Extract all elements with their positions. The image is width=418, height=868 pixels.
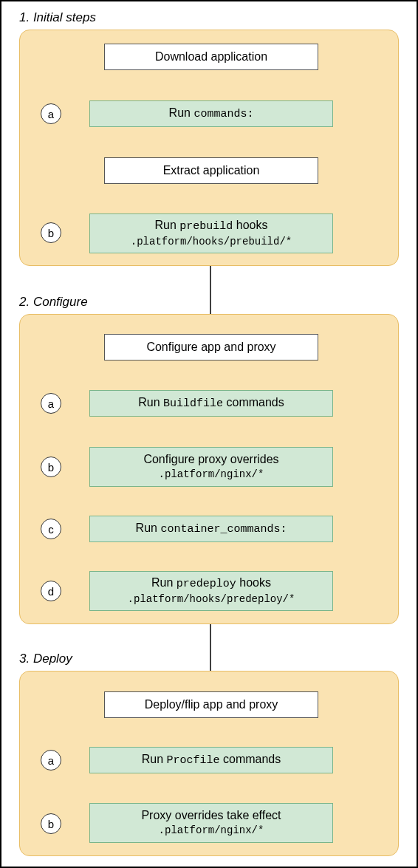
badge-1b: b — [41, 222, 61, 243]
box-configure-app-proxy: Configure app and proxy — [104, 334, 318, 360]
section-2: Configure app and proxy a Run Buildfile … — [19, 314, 399, 624]
box-text: Run Procfile commands — [142, 752, 281, 768]
badge-3b: b — [41, 813, 61, 834]
section-2-title: 2. Configure — [19, 295, 88, 310]
box-deploy-flip: Deploy/flip app and proxy — [104, 691, 318, 718]
box-text: Download application — [155, 49, 267, 64]
box-predeploy-hooks: Run predeploy hooks .platform/hooks/pred… — [89, 571, 333, 611]
diagram-canvas: 1. Initial steps Download application a … — [0, 0, 418, 868]
box-text: Deploy/flip app and proxy — [145, 697, 278, 712]
box-text: Run Buildfile commands — [138, 395, 284, 411]
badge-2c: c — [41, 519, 61, 539]
box-subtext: .platform/hooks/prebuild/* — [131, 236, 292, 249]
box-text: Run predeploy hooks — [151, 575, 271, 592]
box-text: Configure app and proxy — [146, 340, 275, 355]
box-proxy-overrides-effect: Proxy overrides take effect .platform/ng… — [89, 803, 333, 843]
section-1: Download application a Run commands: Ext… — [19, 30, 399, 266]
box-text: Configure proxy overrides — [143, 452, 278, 467]
badge-2d: d — [41, 581, 61, 601]
box-download-application: Download application — [104, 44, 318, 70]
box-text: Extract application — [163, 163, 260, 178]
section-3: Deploy/flip app and proxy a Run Procfile… — [19, 671, 399, 856]
box-text: Run container_commands: — [136, 521, 287, 537]
box-buildfile-commands: Run Buildfile commands — [89, 390, 333, 417]
section-3-title: 3. Deploy — [19, 652, 72, 666]
badge-2b: b — [41, 457, 61, 477]
box-prebuild-hooks: Run prebuild hooks .platform/hooks/prebu… — [89, 213, 333, 253]
badge-3a: a — [41, 750, 61, 770]
section-1-title: 1. Initial steps — [19, 10, 96, 25]
box-text: Proxy overrides take effect — [141, 808, 281, 823]
box-container-commands: Run container_commands: — [89, 516, 333, 542]
box-subtext: .platform/nginx/* — [159, 824, 264, 838]
badge-1a: a — [41, 103, 61, 124]
box-text: Run prebuild hooks — [155, 218, 268, 234]
box-subtext: .platform/nginx/* — [159, 468, 264, 482]
box-extract-application: Extract application — [104, 157, 318, 184]
box-procfile-commands: Run Procfile commands — [89, 747, 333, 773]
box-run-commands: Run commands: — [89, 100, 333, 127]
badge-2a: a — [41, 393, 61, 414]
box-subtext: .platform/hooks/predeploy/* — [128, 593, 295, 606]
box-configure-proxy-overrides: Configure proxy overrides .platform/ngin… — [89, 447, 333, 487]
box-text: Run commands: — [169, 106, 254, 122]
